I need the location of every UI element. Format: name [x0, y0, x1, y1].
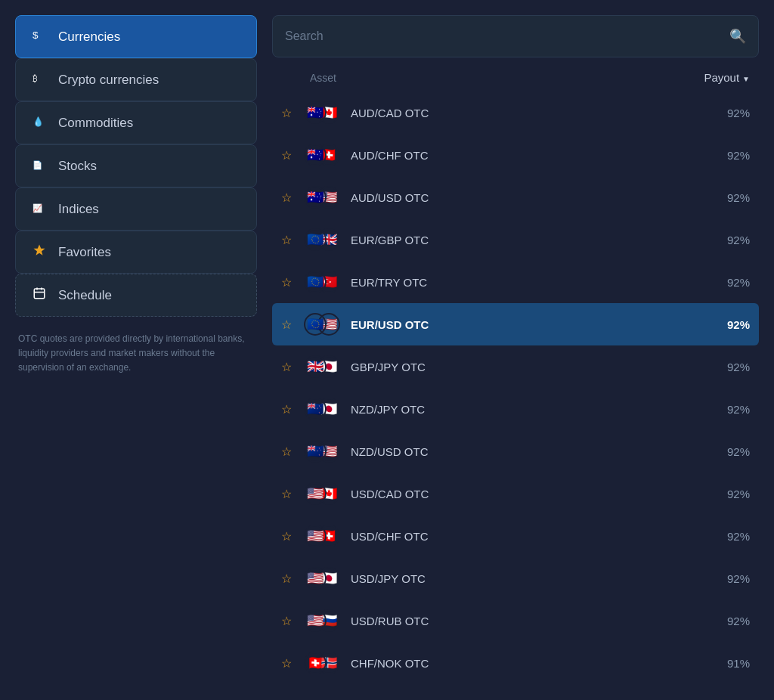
- svg-text:$: $: [33, 29, 39, 41]
- asset-name: AUD/CAD OTC: [351, 107, 704, 119]
- main-panel: 🔍 Asset Payout ☆🇦🇺🇨🇦AUD/CAD OTC92%☆🇦🇺🇨🇭A…: [272, 15, 759, 685]
- favorite-star[interactable]: ☆: [281, 656, 296, 671]
- schedule-icon: [31, 287, 48, 304]
- flag-1: 🇺🇸: [304, 482, 327, 505]
- svg-rect-6: [34, 289, 45, 299]
- table-row[interactable]: ☆🇦🇺🇨🇭AUD/CHF OTC92%: [272, 134, 759, 176]
- asset-payout: 92%: [712, 615, 750, 627]
- flag-1: 🇺🇸: [304, 609, 327, 632]
- favorite-star[interactable]: ☆: [281, 275, 296, 290]
- crypto-icon: ₿: [31, 71, 48, 88]
- sidebar-item-crypto[interactable]: ₿Crypto currencies: [15, 58, 257, 101]
- table-header: Asset Payout: [272, 67, 759, 91]
- asset-name: CHF/NOK OTC: [351, 657, 704, 670]
- asset-name: EUR/GBP OTC: [351, 234, 704, 246]
- sidebar-item-currencies-label: Currencies: [58, 29, 120, 45]
- flag-1: 🇺🇸: [304, 567, 327, 590]
- asset-payout: 92%: [712, 149, 750, 162]
- asset-name: USD/RUB OTC: [351, 615, 704, 627]
- favorite-star[interactable]: ☆: [281, 233, 296, 247]
- col-payout-label[interactable]: Payout: [704, 71, 750, 84]
- flag-1: 🇦🇺: [304, 144, 327, 166]
- sidebar-item-favorites-label: Favorites: [58, 245, 111, 260]
- sidebar-item-stocks-label: Stocks: [58, 159, 97, 174]
- asset-table: Asset Payout ☆🇦🇺🇨🇦AUD/CAD OTC92%☆🇦🇺🇨🇭AUD…: [272, 67, 759, 685]
- flag-1: 🇦🇺: [304, 186, 327, 209]
- asset-flags: 🇪🇺🇬🇧: [304, 226, 343, 253]
- favorite-star[interactable]: ☆: [281, 444, 296, 459]
- disclaimer-text: OTC quotes are provided directly by inte…: [15, 332, 257, 376]
- asset-payout: 92%: [712, 530, 750, 543]
- search-bar: 🔍: [272, 15, 759, 57]
- table-row[interactable]: ☆🇪🇺🇭🇺EUR/HUF OTC91%: [272, 684, 759, 685]
- asset-payout: 92%: [712, 445, 750, 458]
- favorite-star[interactable]: ☆: [281, 317, 296, 332]
- sidebar-item-indices[interactable]: 📈Indices: [15, 187, 257, 231]
- asset-name: NZD/JPY OTC: [351, 403, 704, 416]
- svg-text:📈: 📈: [33, 203, 43, 213]
- svg-text:💧: 💧: [33, 116, 44, 127]
- table-row[interactable]: ☆🇦🇺🇨🇦AUD/CAD OTC92%: [272, 91, 759, 134]
- favorite-star[interactable]: ☆: [281, 148, 296, 163]
- favorite-star[interactable]: ☆: [281, 571, 296, 586]
- flag-1: 🇬🇧: [304, 355, 327, 378]
- asset-name: AUD/USD OTC: [351, 191, 704, 204]
- table-row[interactable]: ☆🇳🇿🇺🇸NZD/USD OTC92%: [272, 430, 759, 472]
- flag-1: 🇦🇺: [304, 101, 327, 124]
- asset-flags: 🇦🇺🇨🇦: [304, 99, 343, 126]
- asset-flags: 🇪🇺🇹🇷: [304, 268, 343, 296]
- table-row[interactable]: ☆🇪🇺🇬🇧EUR/GBP OTC92%: [272, 218, 759, 261]
- asset-flags: 🇬🇧🇯🇵: [304, 353, 343, 380]
- col-asset-label: Asset: [310, 72, 704, 84]
- payout-sort-icon: [742, 71, 750, 84]
- sidebar-item-favorites[interactable]: Favorites: [15, 231, 257, 274]
- asset-payout: 92%: [712, 107, 750, 119]
- asset-payout: 92%: [712, 572, 750, 585]
- flag-1: 🇪🇺: [304, 313, 327, 336]
- search-icon: 🔍: [729, 28, 746, 45]
- favorite-star[interactable]: ☆: [281, 106, 296, 120]
- flag-1: 🇪🇺: [304, 271, 327, 293]
- table-row[interactable]: ☆🇪🇺🇺🇸EUR/USD OTC92%: [272, 303, 759, 345]
- svg-text:📄: 📄: [33, 160, 43, 170]
- table-row[interactable]: ☆🇦🇺🇺🇸AUD/USD OTC92%: [272, 176, 759, 218]
- sidebar-item-commodities[interactable]: 💧Commodities: [15, 101, 257, 144]
- favorite-star[interactable]: ☆: [281, 360, 296, 374]
- favorite-star[interactable]: ☆: [281, 190, 296, 205]
- asset-payout: 91%: [712, 657, 750, 670]
- table-row[interactable]: ☆🇺🇸🇯🇵USD/JPY OTC92%: [272, 557, 759, 599]
- flag-1: 🇳🇿: [304, 398, 327, 420]
- svg-text:₿: ₿: [33, 73, 38, 84]
- table-row[interactable]: ☆🇺🇸🇨🇦USD/CAD OTC92%: [272, 472, 759, 515]
- asset-name: USD/CAD OTC: [351, 488, 704, 500]
- table-row[interactable]: ☆🇳🇿🇯🇵NZD/JPY OTC92%: [272, 388, 759, 430]
- sidebar-item-stocks[interactable]: 📄Stocks: [15, 144, 257, 187]
- svg-marker-5: [34, 245, 45, 256]
- asset-flags: 🇪🇺🇺🇸: [304, 311, 343, 338]
- table-row[interactable]: ☆🇺🇸🇨🇭USD/CHF OTC92%: [272, 515, 759, 557]
- asset-payout: 92%: [712, 318, 750, 331]
- asset-payout: 92%: [712, 234, 750, 246]
- sidebar-item-schedule-label: Schedule: [58, 288, 112, 303]
- sidebar-item-currencies[interactable]: $Currencies: [15, 15, 257, 58]
- table-row[interactable]: ☆🇨🇭🇳🇴CHF/NOK OTC91%: [272, 642, 759, 684]
- sidebar-item-indices-label: Indices: [58, 202, 99, 217]
- asset-flags: 🇺🇸🇯🇵: [304, 565, 343, 592]
- favorite-star[interactable]: ☆: [281, 402, 296, 417]
- table-row[interactable]: ☆🇬🇧🇯🇵GBP/JPY OTC92%: [272, 345, 759, 388]
- asset-name: EUR/USD OTC: [351, 318, 704, 331]
- table-row[interactable]: ☆🇺🇸🇷🇺USD/RUB OTC92%: [272, 599, 759, 642]
- asset-name: NZD/USD OTC: [351, 445, 704, 458]
- table-row[interactable]: ☆🇪🇺🇹🇷EUR/TRY OTC92%: [272, 261, 759, 303]
- asset-flags: 🇦🇺🇺🇸: [304, 184, 343, 211]
- search-input[interactable]: [285, 29, 729, 43]
- flag-1: 🇳🇿: [304, 440, 327, 463]
- flag-1: 🇺🇸: [304, 525, 327, 547]
- sidebar-item-commodities-label: Commodities: [58, 116, 133, 131]
- favorite-star[interactable]: ☆: [281, 529, 296, 544]
- favorite-star[interactable]: ☆: [281, 614, 296, 628]
- commodities-icon: 💧: [31, 114, 48, 132]
- favorite-star[interactable]: ☆: [281, 487, 296, 501]
- asset-payout: 92%: [712, 488, 750, 500]
- sidebar-item-schedule[interactable]: Schedule: [15, 274, 257, 317]
